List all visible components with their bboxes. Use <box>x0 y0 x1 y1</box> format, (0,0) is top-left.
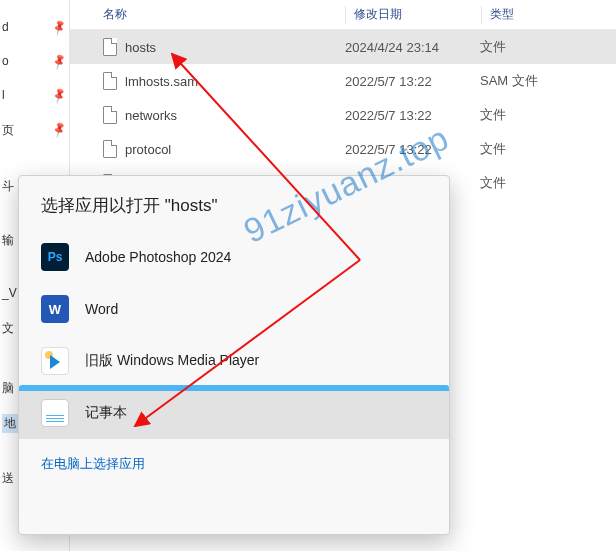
pin-icon: 📌 <box>50 86 69 104</box>
file-date: 2022/5/7 13:22 <box>345 108 480 123</box>
sidebar-fragment: d <box>2 20 9 34</box>
file-type: 文件 <box>480 106 616 124</box>
sidebar-fragment: 文 <box>2 320 14 337</box>
photoshop-icon: Ps <box>41 243 69 271</box>
app-item-ps[interactable]: PsAdobe Photoshop 2024 <box>19 231 449 283</box>
sidebar-fragment: 送 <box>2 470 14 487</box>
file-icon <box>103 140 117 158</box>
pin-icon: 📌 <box>50 120 69 138</box>
sidebar-fragment: 斗 <box>2 178 14 195</box>
more-apps-link[interactable]: 在电脑上选择应用 <box>19 439 449 489</box>
sidebar-fragment: o <box>2 54 9 68</box>
app-item-notepad[interactable]: 记事本 <box>19 387 449 439</box>
wmp-icon <box>41 347 69 375</box>
column-type[interactable]: 类型 <box>482 6 616 23</box>
dialog-title: 选择应用以打开 "hosts" <box>19 194 449 231</box>
app-label: Word <box>85 301 118 317</box>
file-name: hosts <box>125 40 156 55</box>
app-item-word[interactable]: WWord <box>19 283 449 335</box>
file-name: protocol <box>125 142 171 157</box>
sidebar-fragment: 页 <box>2 122 14 139</box>
notepad-icon <box>41 399 69 427</box>
open-with-dialog: 选择应用以打开 "hosts" PsAdobe Photoshop 2024WW… <box>18 175 450 535</box>
file-row[interactable]: protocol 2022/5/7 13:22 文件 <box>70 132 616 166</box>
file-date: 2022/5/7 13:22 <box>345 74 480 89</box>
sidebar-fragment: _V <box>2 286 17 300</box>
app-item-wmp[interactable]: 旧版 Windows Media Player <box>19 335 449 387</box>
app-label: 旧版 Windows Media Player <box>85 352 259 370</box>
app-label: 记事本 <box>85 404 127 422</box>
file-row[interactable]: hosts 2024/4/24 23:14 文件 <box>70 30 616 64</box>
word-icon: W <box>41 295 69 323</box>
pin-icon: 📌 <box>50 52 69 70</box>
column-header: 名称 修改日期 类型 <box>70 0 616 30</box>
file-icon <box>103 72 117 90</box>
file-date: 2024/4/24 23:14 <box>345 40 480 55</box>
file-row[interactable]: networks 2022/5/7 13:22 文件 <box>70 98 616 132</box>
app-label: Adobe Photoshop 2024 <box>85 249 231 265</box>
pin-icon: 📌 <box>50 18 69 36</box>
app-list: PsAdobe Photoshop 2024WWord旧版 Windows Me… <box>19 231 449 439</box>
file-row[interactable]: lmhosts.sam 2022/5/7 13:22 SAM 文件 <box>70 64 616 98</box>
file-name: lmhosts.sam <box>125 74 198 89</box>
sidebar-fragment: 地 <box>2 414 18 433</box>
file-icon <box>103 38 117 56</box>
file-icon <box>103 106 117 124</box>
sidebar-fragment: l <box>2 88 5 102</box>
column-name[interactable]: 名称 <box>95 6 345 23</box>
sidebar-fragment: 脑 <box>2 380 14 397</box>
file-type: SAM 文件 <box>480 72 616 90</box>
file-type: 文件 <box>480 38 616 56</box>
column-date[interactable]: 修改日期 <box>346 6 481 23</box>
sidebar-fragment: 输 <box>2 232 14 249</box>
file-type: 文件 <box>480 140 616 158</box>
file-date: 2022/5/7 13:22 <box>345 142 480 157</box>
file-name: networks <box>125 108 177 123</box>
file-type: 文件 <box>480 174 616 192</box>
